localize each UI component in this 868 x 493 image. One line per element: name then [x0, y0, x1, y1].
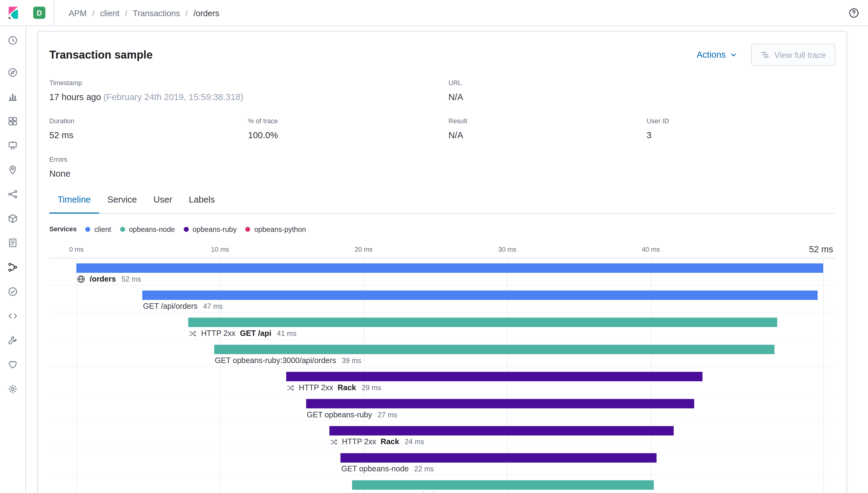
transaction-bar[interactable]	[188, 318, 777, 327]
item-duration: 39 ms	[342, 356, 361, 365]
item-result-label: HTTP 2xx	[342, 437, 376, 447]
item-name: GET /api	[240, 328, 271, 338]
waterfall-row[interactable]: GET opbeans-ruby:3000/api/orders39 ms	[49, 340, 835, 367]
breadcrumb-item-orders: /orders	[193, 8, 219, 17]
tab-labels[interactable]: Labels	[181, 194, 223, 214]
opbeans-ruby-color-dot	[184, 227, 189, 232]
item-duration: 41 ms	[277, 328, 296, 338]
legend-item-opbeans-ruby: opbeans-ruby	[184, 225, 236, 233]
tab-timeline[interactable]: Timeline	[49, 194, 99, 214]
tab-service[interactable]: Service	[99, 194, 145, 214]
compass-icon	[8, 67, 18, 79]
field-timestamp: Timestamp 17 hours ago (February 24th 20…	[49, 79, 448, 103]
breadcrumb-separator: /	[186, 8, 188, 17]
kibana-logo-icon[interactable]	[7, 7, 20, 19]
sidebar-item-infrastructure[interactable]	[0, 207, 25, 231]
sidebar-item-visualize[interactable]	[0, 85, 25, 109]
item-result-label: HTTP 2xx	[299, 383, 333, 392]
transaction-bar[interactable]	[329, 426, 674, 436]
item-duration: 47 ms	[203, 302, 223, 311]
gear-icon	[8, 384, 18, 395]
axis-tick: 40 ms	[642, 245, 660, 253]
waterfall-row[interactable]: GET opbeans-node22 ms	[49, 448, 835, 475]
wrench-icon	[8, 335, 18, 347]
breadcrumb-separator: /	[125, 8, 127, 17]
sidebar-item-dashboard[interactable]	[0, 109, 25, 134]
kibana-app: D APM/client/Transactions//orders Transa…	[0, 0, 868, 493]
waterfall-item-label: GET opbeans-ruby:3000/api/orders39 ms	[215, 356, 361, 365]
waterfall-row[interactable]: HTTP 2xxGET /api41 ms	[49, 313, 835, 340]
item-duration: 29 ms	[362, 383, 381, 392]
sidebar-item-stack-monitoring[interactable]	[0, 353, 25, 378]
axis-tick: 30 ms	[498, 245, 516, 253]
sidebar-item-recently-viewed[interactable]	[0, 29, 25, 53]
globe-icon	[77, 275, 85, 283]
time-axis: 52 ms 0 ms10 ms20 ms30 ms40 ms	[49, 237, 835, 258]
merge-arrows-icon	[330, 438, 337, 446]
waterfall-row[interactable]: GET opbeans-ruby27 ms	[49, 394, 835, 421]
view-full-trace-button[interactable]: View full trace	[751, 44, 835, 66]
legend-item-opbeans-node: opbeans-node	[120, 225, 175, 233]
breadcrumb-item-client[interactable]: client	[100, 8, 120, 17]
span-bar[interactable]	[214, 345, 774, 354]
help-icon[interactable]	[849, 7, 859, 18]
view-full-trace-label: View full trace	[774, 50, 826, 60]
opbeans-python-color-dot	[246, 227, 250, 232]
span-bar[interactable]	[306, 399, 694, 408]
sidebar-item-machine-learning[interactable]	[0, 183, 25, 207]
transaction-sample-panel: Transaction sample Actions View full tra…	[38, 31, 847, 493]
item-name: GET opbeans-ruby:3000/api/orders	[215, 356, 336, 365]
span-bar[interactable]	[341, 453, 656, 463]
waterfall-row[interactable]: GET /api/orders47 ms	[49, 285, 835, 313]
item-name: GET opbeans-ruby	[307, 410, 372, 420]
sidebar-item-discover[interactable]	[0, 61, 25, 85]
merge-arrows-icon	[189, 329, 196, 337]
grid-icon	[8, 116, 18, 128]
breadcrumb-item-apm[interactable]: APM	[69, 8, 87, 17]
legend-item-opbeans-python: opbeans-python	[246, 225, 306, 233]
merge-arrows-icon	[287, 384, 294, 391]
waterfall: /orders52 msGET /api/orders47 msHTTP 2xx…	[49, 258, 835, 493]
panel-header-actions: Actions View full trace	[697, 44, 835, 66]
waterfall-row[interactable]: HTTP 2xxGET /api21 ms	[49, 475, 835, 493]
transaction-bar[interactable]	[76, 263, 823, 273]
client-color-dot	[85, 227, 90, 232]
trace-branch-icon	[8, 262, 18, 274]
space-badge[interactable]: D	[33, 7, 45, 19]
clock-icon	[8, 35, 18, 47]
metadata-row: Timestamp 17 hours ago (February 24th 20…	[49, 79, 835, 103]
total-duration-label: 52 ms	[809, 245, 833, 255]
sidebar-nav	[0, 61, 25, 402]
sidebar-item-canvas[interactable]	[0, 134, 25, 158]
axis-tick: 20 ms	[355, 245, 373, 253]
transaction-bar[interactable]	[352, 480, 654, 490]
sidebar-item-management[interactable]	[0, 378, 25, 402]
transaction-bar[interactable]	[286, 372, 703, 381]
sidebar-item-uptime[interactable]	[0, 280, 25, 304]
legend-item-client: client	[85, 225, 111, 233]
code-brackets-icon	[8, 310, 18, 322]
waterfall-row[interactable]: HTTP 2xxRack24 ms	[49, 421, 835, 448]
sidebar-item-maps[interactable]	[0, 158, 25, 183]
sidebar-item-code[interactable]	[0, 304, 25, 329]
breadcrumb-item-transactions[interactable]: Transactions	[133, 8, 180, 17]
sidebar-item-apm[interactable]	[0, 256, 25, 280]
document-lines-icon	[8, 238, 18, 249]
actions-menu-button[interactable]: Actions	[697, 50, 737, 60]
span-bar[interactable]	[143, 291, 818, 300]
tab-user[interactable]: User	[145, 194, 181, 214]
field-result: Result N/A	[448, 117, 647, 142]
waterfall-row[interactable]: HTTP 2xxRack29 ms	[49, 367, 835, 394]
waterfall-item-label: HTTP 2xxGET /api41 ms	[189, 328, 296, 338]
waterfall-row[interactable]: /orders52 ms	[49, 258, 835, 285]
legend-title: Services	[49, 225, 77, 233]
sidebar-item-logs[interactable]	[0, 231, 25, 256]
axis-tick: 0 ms	[69, 245, 84, 253]
sidebar-item-dev-tools[interactable]	[0, 328, 25, 353]
actions-label: Actions	[697, 50, 725, 60]
waterfall-item-label: HTTP 2xxGET /api21 ms	[353, 491, 460, 493]
item-duration: 21 ms	[441, 491, 460, 493]
panel-header: Transaction sample Actions View full tra…	[49, 44, 835, 66]
waterfall-item-label: /orders52 ms	[77, 275, 141, 284]
services-legend: Services clientopbeans-nodeopbeans-rubyo…	[49, 224, 835, 233]
